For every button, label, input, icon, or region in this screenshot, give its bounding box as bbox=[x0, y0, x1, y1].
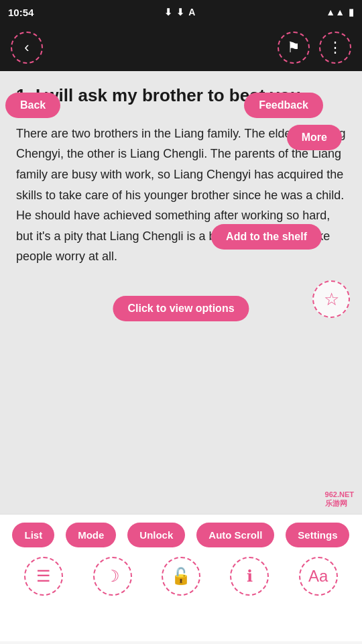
content-area: 1. I will ask my brother to beat you The… bbox=[0, 71, 362, 514]
status-right-icons: ▲▲ ▮ bbox=[326, 7, 354, 17]
status-time: 10:54 bbox=[8, 7, 34, 18]
watermark: 962.NET乐游网 bbox=[325, 490, 354, 508]
moon-icon: ☽ bbox=[105, 567, 120, 586]
bottom-icons-row: ☰ ☽ 🔓 ℹ Aa bbox=[0, 557, 362, 596]
info-icon-btn[interactable]: ℹ bbox=[230, 557, 269, 596]
list-icon: ☰ bbox=[36, 567, 51, 586]
download2-icon: ⬇ bbox=[176, 7, 184, 17]
unlock-icon-btn[interactable]: 🔓 bbox=[162, 557, 200, 596]
status-bar: 10:54 ⬇ ⬇ A ▲▲ ▮ bbox=[0, 0, 362, 24]
font-icon: A bbox=[188, 7, 195, 17]
battery-icon: ▮ bbox=[349, 7, 354, 17]
auto-scroll-button[interactable]: Auto Scroll bbox=[196, 523, 274, 547]
font-size-icon-btn[interactable]: Aa bbox=[299, 557, 338, 596]
unlock-button[interactable]: Unlock bbox=[127, 523, 185, 547]
top-nav: ‹ ⚑ ⋮ bbox=[0, 24, 362, 71]
back-nav-button[interactable]: ‹ bbox=[11, 32, 43, 64]
list-icon-btn[interactable]: ☰ bbox=[24, 557, 63, 596]
flag-icon: ⚑ bbox=[287, 39, 300, 56]
back-arrow-icon: ‹ bbox=[24, 39, 29, 56]
flag-button[interactable]: ⚑ bbox=[278, 32, 310, 64]
settings-button[interactable]: Settings bbox=[286, 523, 349, 547]
moon-icon-btn[interactable]: ☽ bbox=[93, 557, 132, 596]
list-button[interactable]: List bbox=[12, 523, 54, 547]
status-left-icons: ⬇ ⬇ A bbox=[164, 7, 195, 17]
info-icon: ℹ bbox=[247, 567, 253, 586]
more-nav-button[interactable]: ⋮ bbox=[319, 32, 351, 64]
download-icon: ⬇ bbox=[164, 7, 172, 17]
font-size-icon: Aa bbox=[308, 567, 328, 586]
star-fab[interactable]: ☆ bbox=[312, 280, 350, 318]
ellipsis-icon: ⋮ bbox=[328, 39, 343, 56]
star-icon: ☆ bbox=[324, 289, 339, 310]
bottom-bar: List Mode Unlock Auto Scroll Settings ☰ … bbox=[0, 514, 362, 641]
add-shelf-callout[interactable]: Add to the shelf bbox=[211, 224, 322, 250]
feedback-callout[interactable]: Feedback bbox=[244, 93, 323, 118]
wifi-icon: ▲▲ bbox=[326, 7, 345, 17]
view-options-callout[interactable]: Click to view options bbox=[113, 296, 249, 321]
back-callout[interactable]: Back bbox=[5, 93, 60, 118]
unlock-icon: 🔓 bbox=[171, 567, 191, 586]
mode-button[interactable]: Mode bbox=[66, 523, 116, 547]
bottom-buttons-row: List Mode Unlock Auto Scroll Settings bbox=[0, 523, 362, 547]
more-callout[interactable]: More bbox=[287, 125, 342, 150]
